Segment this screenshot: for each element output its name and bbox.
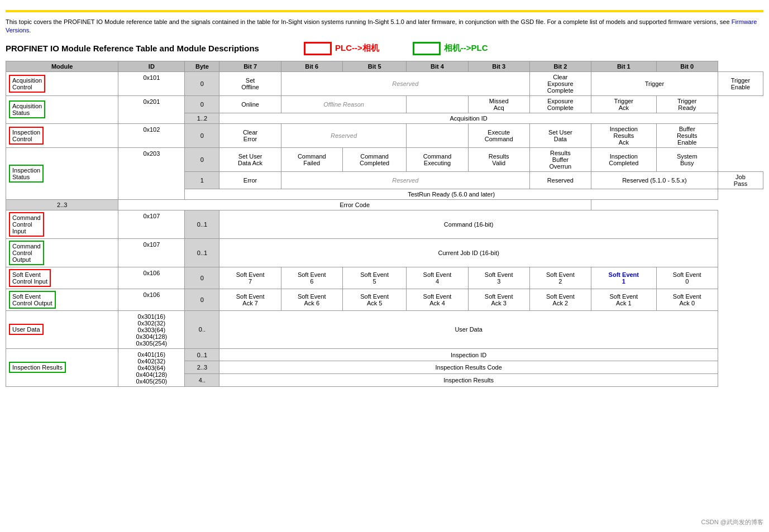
module-box-inspection-status: InspectionStatus [9,165,44,183]
id-inspection-control: 0x102 [118,123,185,147]
module-box-acquisition-status: AcquisitionStatus [9,100,45,118]
bit2-insp-control: Set UserData [529,123,591,147]
col-module: Module [6,61,118,71]
module-command-control-input: CommandControlInput [6,210,118,238]
legend-camera-plc-label: 相机-->PLC [444,43,488,54]
bit7-soft-event-input: Soft Event7 [219,267,281,289]
module-soft-event-control-output: Soft EventControl Output [6,289,118,310]
bit1-soft-event-output: Soft EventAck 1 [591,289,656,310]
bit7-acquisition-control: SetOffline [219,71,281,95]
table-row-insp-control: InspectionControl 0x102 0 ClearError Res… [6,123,763,147]
bit0-soft-event-output: Soft EventAck 0 [656,289,718,310]
firmware-link[interactable]: Firmware Versions [6,18,757,33]
byte-acquisition-control: 0 [185,71,219,95]
command-16bit: Command (16-bit) [219,210,718,238]
legend-red-box [304,42,332,55]
table-row-soft-event-output: Soft EventControl Output 0x106 0 Soft Ev… [6,289,763,310]
bit5-soft-event-output: Soft EventAck 5 [342,289,407,310]
module-user-data: User Data [6,310,118,348]
main-table: Module ID Byte Bit 7 Bit 6 Bit 5 Bit 4 B… [6,61,763,387]
bit7-acq-status: Online [219,95,281,113]
byte-inspection-control: 0 [185,123,219,147]
col-id: ID [118,61,185,71]
id-inspection-status: 0x203 [118,147,185,199]
bit2-soft-event-output: Soft EventAck 2 [529,289,591,310]
legend-plc-camera-label: PLC-->相机 [335,43,379,54]
table-row-soft-event-input: Soft EventControl Input 0x106 0 Soft Eve… [6,267,763,289]
inspection-id-span: Inspection ID [219,348,718,361]
bit6-soft-event-output: Soft EventAck 6 [281,289,342,310]
id-acquisition-control: 0x101 [118,71,185,95]
section-title: PROFINET IO Module Reference Table and M… [6,44,259,53]
bit4-insp-status-0: CommandExecuting [407,147,468,171]
id-user-data: 0x301(16)0x302(32)0x303(64)0x304(128)0x3… [118,310,185,348]
bit0-acquisition-control: TriggerEnable [718,71,763,95]
bit3-acquisition-control: ClearExposureComplete [529,71,591,95]
bit6-insp-status-0: CommandFailed [281,147,342,171]
id-soft-event-control-input: 0x106 [118,267,185,289]
inspection-results-code-span: Inspection Results Code [219,361,718,374]
col-bit2: Bit 2 [529,61,591,71]
table-header-row: Module ID Byte Bit 7 Bit 6 Bit 5 Bit 4 B… [6,61,763,71]
reserved-insp-control: Reserved [281,123,407,147]
col-bit1: Bit 1 [591,61,656,71]
module-box-soft-event-control-input: Soft EventControl Input [9,269,51,287]
bit3-soft-event-input: Soft Event3 [468,267,529,289]
bit1-soft-event-input: Soft Event1 [591,267,656,289]
bit0-insp-status-0: SystemBusy [656,147,718,171]
reserved51-55-insp-status-1: Reserved (5.1.0 - 5.5.x) [591,171,718,189]
bit4-insp-control [407,123,468,147]
table-row-insp-results-0: Inspection Results 0x401(16)0x402(32)0x4… [6,348,763,361]
error-code-insp-status: Error Code [118,199,591,210]
table-row-insp-status-2: 2..3 Error Code [6,199,763,210]
table-row-cmd-ctrl-output: CommandControlOutput 0x107 0..1 Current … [6,238,763,267]
byte-insp-status-0: 0 [185,147,219,171]
id-soft-event-control-output: 0x106 [118,289,185,310]
table-row-acq-status-0: AcquisitionStatus 0x201 0 Online Offline… [6,95,763,113]
bit0-soft-event-input: Soft Event0 [656,267,718,289]
table-row-insp-status-0: InspectionStatus 0x203 0 Set UserData Ac… [6,147,763,171]
col-bit4: Bit 4 [407,61,468,71]
byte-soft-event-input: 0 [185,267,219,289]
bit7-insp-status-0: Set UserData Ack [219,147,281,171]
bit5-soft-event-input: Soft Event5 [342,267,407,289]
byte-insp-status-1: 1 [185,171,219,189]
module-box-soft-event-control-output: Soft EventControl Output [9,291,56,309]
bit0-acq-status: TriggerReady [656,95,718,113]
bit1-insp-control: InspectionResultsAck [591,123,656,147]
col-byte: Byte [185,61,219,71]
table-row-cmd-ctrl-input: CommandControlInput 0x107 0..1 Command (… [6,210,763,238]
module-inspection-results: Inspection Results [6,348,118,386]
id-acquisition-status: 0x201 [118,95,185,123]
bit7-insp-status-1: Error [219,171,281,189]
bit1-acq-status: TriggerAck [591,95,656,113]
offline-reason-acq-status: Offline Reason [281,95,407,113]
module-soft-event-control-input: Soft EventControl Input [6,267,118,289]
module-inspection-status: InspectionStatus [6,147,118,199]
intro-text: This topic covers the PROFINET IO Module… [6,18,763,35]
col-bit7: Bit 7 [219,61,281,71]
col-bit6: Bit 6 [281,61,342,71]
table-row-user-data: User Data 0x301(16)0x302(32)0x303(64)0x3… [6,310,763,348]
id-command-control-input: 0x107 [118,210,185,238]
id-command-control-output: 0x107 [118,238,185,267]
user-data-span: User Data [219,310,718,348]
module-acquisition-status: AcquisitionStatus [6,95,118,123]
byte-insp-status-2: 2..3 [6,199,118,210]
acq-id-span: Acquisition ID [219,113,718,123]
col-bit5: Bit 5 [342,61,407,71]
module-command-control-output: CommandControlOutput [6,238,118,267]
bit3-insp-status-0: ResultsValid [468,147,529,171]
legend-green-box [413,42,441,55]
bit0-insp-control: BufferResultsEnable [656,123,718,147]
byte-user-data: 0.. [185,310,219,348]
bit4-acq-status [407,95,468,113]
bit1-insp-status-0: InspectionCompleted [591,147,656,171]
module-box-command-control-input: CommandControlInput [9,212,44,237]
bit7-insp-control: ClearError [219,123,281,147]
reserved-insp-status-1: Reserved [281,171,529,189]
reserved-acquisition-control: Reserved [281,71,529,95]
bit5-insp-status-0: CommandCompleted [342,147,407,171]
bit2-1-acquisition-control: Trigger [591,71,718,95]
testrun-ready-insp-status: TestRun Ready (5.6.0 and later) [185,189,718,199]
